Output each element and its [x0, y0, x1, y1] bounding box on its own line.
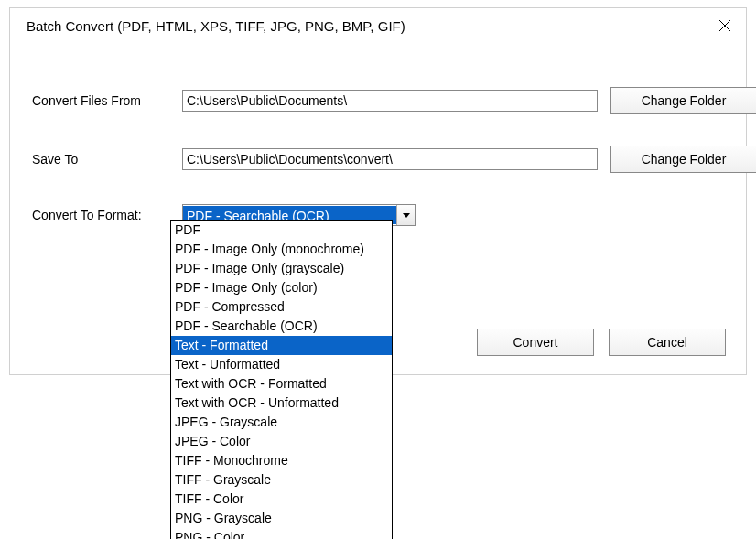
titlebar: Batch Convert (PDF, HTML, XPS, TIFF, JPG… [10, 8, 746, 41]
dialog-content: Convert Files From Change Folder Save To… [10, 41, 746, 226]
cancel-button[interactable]: Cancel [609, 329, 726, 356]
change-folder-from-button[interactable]: Change Folder [610, 87, 756, 114]
format-option[interactable]: TIFF - Monochrome [171, 451, 392, 470]
label-format: Convert To Format: [32, 208, 182, 222]
input-save-to[interactable] [182, 148, 598, 170]
format-option[interactable]: Text with OCR - Unformatted [171, 393, 392, 413]
row-convert-from: Convert Files From Change Folder [32, 87, 724, 114]
svg-marker-2 [403, 213, 410, 218]
format-option[interactable]: PDF - Image Only (monochrome) [171, 240, 392, 259]
format-option[interactable]: PDF - Image Only (grayscale) [171, 259, 392, 278]
format-option[interactable]: Text - Formatted [171, 336, 392, 355]
dialog-title: Batch Convert (PDF, HTML, XPS, TIFF, JPG… [27, 18, 405, 34]
change-folder-saveto-button[interactable]: Change Folder [610, 146, 756, 173]
format-option[interactable]: TIFF - Color [171, 490, 392, 509]
format-option[interactable]: TIFF - Grayscale [171, 470, 392, 490]
format-option[interactable]: JPEG - Grayscale [171, 413, 392, 432]
format-option[interactable]: PDF - Compressed [171, 297, 392, 317]
close-icon[interactable] [717, 17, 733, 34]
label-convert-from: Convert Files From [32, 93, 182, 108]
format-option[interactable]: PDF [171, 221, 392, 240]
row-save-to: Save To Change Folder [32, 146, 724, 173]
format-option[interactable]: PNG - Grayscale [171, 509, 392, 528]
input-convert-from[interactable] [182, 90, 598, 112]
format-option[interactable]: PDF - Searchable (OCR) [171, 317, 392, 336]
format-option[interactable]: Text - Unformatted [171, 355, 392, 374]
convert-button[interactable]: Convert [477, 329, 594, 356]
format-option[interactable]: Text with OCR - Formatted [171, 374, 392, 393]
dialog-footer: Convert Cancel [477, 329, 726, 356]
format-option[interactable]: PNG - Color [171, 528, 392, 539]
format-option[interactable]: JPEG - Color [171, 432, 392, 451]
format-option[interactable]: PDF - Image Only (color) [171, 278, 392, 297]
format-dropdown-list[interactable]: PDFPDF - Image Only (monochrome)PDF - Im… [170, 220, 393, 539]
chevron-down-icon[interactable] [396, 205, 415, 225]
label-save-to: Save To [32, 152, 182, 167]
